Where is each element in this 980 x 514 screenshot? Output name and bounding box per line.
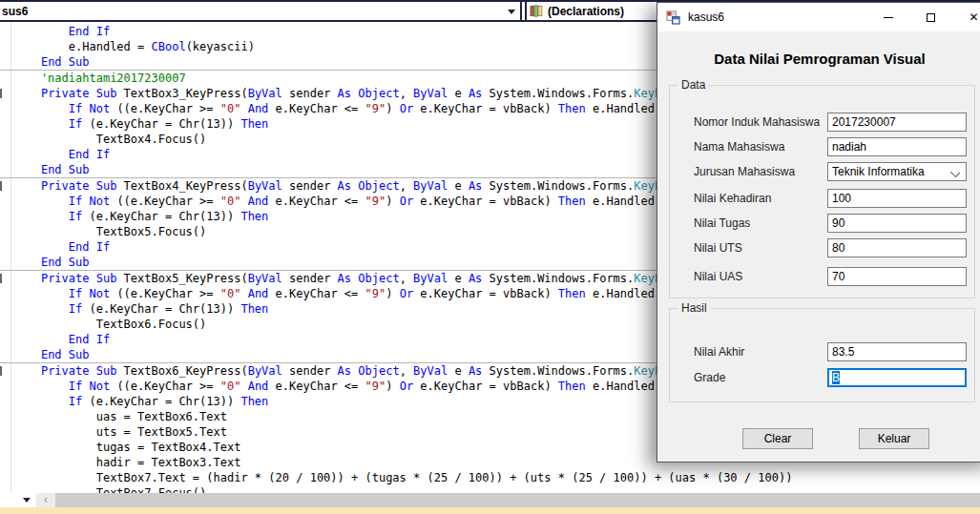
field-label-nomor-induk-mahasiswa: Nomor Induk Mahasiswa [694, 113, 820, 132]
field-row-nilai-akhir: Nilai Akhir83.5 [657, 342, 980, 361]
selected-text: B [832, 371, 840, 384]
field-row-nilai-kehadiran: Nilai Kehadiran100 [657, 189, 980, 208]
scrollbar-track[interactable] [55, 493, 980, 507]
object-combobox-value: sus6 [2, 5, 28, 18]
chevron-down-icon[interactable] [950, 168, 960, 177]
groupbox-data-label: Data [678, 78, 709, 92]
field-label-grade: Grade [694, 368, 725, 387]
field-row-nama-mahasiswa: Nama Mahasiswanadiah [657, 137, 980, 156]
textbox-nomor-induk-mahasiswa[interactable]: 2017230007 [827, 113, 967, 132]
window-title: kasus6 [688, 10, 724, 24]
groupbox-hasil-label: Hasil [678, 301, 711, 315]
window-titlebar[interactable]: kasus6 ✕ [657, 3, 980, 31]
form-heading: Data Nilai Pemrograman Visual [657, 51, 980, 67]
textbox-nilai-tugas[interactable]: 90 [827, 214, 967, 233]
field-label-nilai-akhir: Nilai Akhir [694, 342, 744, 361]
chevron-down-icon[interactable] [508, 10, 515, 14]
close-icon: ✕ [969, 11, 978, 23]
field-row-nomor-induk-mahasiswa: Nomor Induk Mahasiswa2017230007 [657, 113, 980, 132]
form-client-area: Data Nilai Pemrograman Visual Data Hasil… [657, 32, 980, 462]
field-label-jurusan-mahasiswa: Jurusan Mahasiswa [694, 162, 795, 181]
object-combobox[interactable]: sus6 [0, 2, 522, 20]
horizontal-scrollbar[interactable]: ‹ [0, 493, 980, 507]
minimize-button[interactable] [866, 3, 909, 31]
clear-button[interactable]: Clear [742, 428, 813, 449]
chevron-down-icon [23, 498, 31, 503]
textbox-nilai-uas[interactable]: 70 [827, 267, 967, 286]
winforms-app-icon [666, 10, 680, 25]
close-button[interactable]: ✕ [952, 3, 980, 31]
maximize-button[interactable] [909, 3, 952, 31]
field-label-nilai-kehadiran: Nilai Kehadiran [694, 189, 771, 208]
window-caption-buttons: ✕ [866, 3, 980, 31]
textbox-nilai-uts[interactable]: 80 [827, 238, 967, 257]
maximize-icon [927, 13, 935, 22]
field-label-nilai-uts: Nilai UTS [694, 238, 742, 257]
code-line: TextBox7.Focus() [13, 485, 980, 493]
field-row-jurusan-mahasiswa: Jurusan MahasiswaTeknik Informatika [657, 162, 980, 181]
kasus6-window: kasus6 ✕ Data Nilai Pemrograman Visual D… [657, 2, 980, 463]
field-label-nama-mahasiswa: Nama Mahasiswa [694, 137, 784, 156]
declarations-icon [530, 4, 544, 18]
field-label-nilai-uas: Nilai UAS [694, 267, 742, 286]
textbox-grade[interactable]: B [827, 368, 967, 387]
field-label-nilai-tugas: Nilai Tugas [694, 214, 750, 233]
keluar-button[interactable]: Keluar [859, 428, 929, 449]
splitter-dropdown[interactable] [0, 493, 36, 507]
field-row-grade: GradeB [657, 368, 980, 387]
textbox-nilai-kehadiran[interactable]: 100 [827, 189, 967, 208]
declarations-combobox-value: (Declarations) [548, 5, 624, 18]
scroll-left-button[interactable]: ‹ [36, 493, 55, 507]
textbox-nama-mahasiswa[interactable]: nadiah [827, 137, 967, 156]
textbox-nilai-akhir[interactable]: 83.5 [827, 342, 967, 361]
minimize-icon [884, 17, 893, 18]
field-row-nilai-uas: Nilai UAS70 [657, 267, 980, 286]
combobox-jurusan-mahasiswa[interactable]: Teknik Informatika [827, 162, 967, 181]
field-row-nilai-tugas: Nilai Tugas90 [657, 214, 980, 233]
field-row-nilai-uts: Nilai UTS80 [657, 238, 980, 257]
code-line: TextBox7.Text = (hadir * (20 / 100)) + (… [13, 470, 980, 485]
status-strip [0, 507, 980, 514]
